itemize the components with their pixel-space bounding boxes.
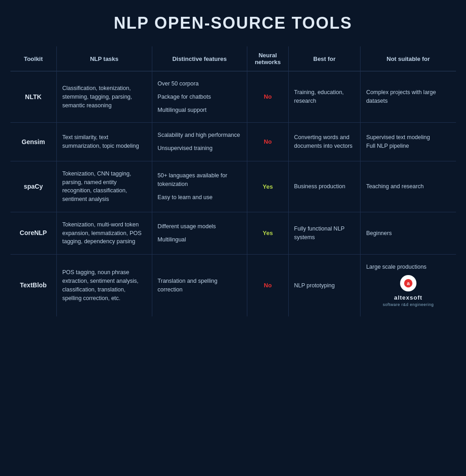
cell-features: Over 50 corporaPackage for chatbotsMulti… bbox=[152, 71, 247, 123]
cell-neural: No bbox=[247, 123, 289, 161]
svg-text:a: a bbox=[407, 280, 410, 286]
cell-toolkit: spaCy bbox=[10, 161, 57, 212]
cell-neural: No bbox=[247, 71, 289, 123]
cell-tasks: Tokenization, multi-word token expansion… bbox=[56, 212, 152, 254]
cell-toolkit: CoreNLP bbox=[10, 212, 57, 254]
cell-toolkit: NLTK bbox=[10, 71, 57, 123]
cell-not-suitable: Supervised text modelingFull NLP pipelin… bbox=[361, 123, 456, 161]
cell-best-for: Business production bbox=[288, 161, 361, 212]
col-header-toolkit: Toolkit bbox=[10, 46, 57, 71]
cell-features: Translation and spelling correction bbox=[152, 255, 247, 316]
table-row: spaCyTokenization, CNN tagging, parsing,… bbox=[10, 161, 456, 212]
col-header-not-suitable: Not suitable for bbox=[361, 46, 456, 71]
table-row: GensimText similarity, text summarizatio… bbox=[10, 123, 456, 161]
cell-neural: No bbox=[247, 255, 289, 316]
col-header-neural: Neuralnetworks bbox=[247, 46, 289, 71]
cell-features: 50+ languages available for tokenization… bbox=[152, 161, 247, 212]
cell-best-for: Converting words and documents into vect… bbox=[288, 123, 361, 161]
cell-features: Scalability and high performanceUnsuperv… bbox=[152, 123, 247, 161]
col-header-best-for: Best for bbox=[288, 46, 361, 71]
cell-best-for: Training, education, research bbox=[288, 71, 361, 123]
table-row: TextBlobPOS tagging, noun phrase extract… bbox=[10, 255, 456, 316]
cell-not-suitable: Complex projects with large datasets bbox=[361, 71, 456, 123]
cell-neural: Yes bbox=[247, 212, 289, 254]
altexsoft-logo: a altexsoft software r&d engineering bbox=[366, 275, 450, 308]
cell-toolkit: Gensim bbox=[10, 123, 57, 161]
logo-name: altexsoft bbox=[394, 293, 422, 302]
page-title: NLP OPEN-SOURCE TOOLS bbox=[114, 14, 352, 33]
cell-not-suitable: Beginners bbox=[361, 212, 456, 254]
table-row: CoreNLPTokenization, multi-word token ex… bbox=[10, 212, 456, 254]
cell-features: Different usage modelsMultilingual bbox=[152, 212, 247, 254]
table-row: NLTKClassification, tokenization, stemmi… bbox=[10, 71, 456, 123]
logo-tagline: software r&d engineering bbox=[383, 302, 434, 308]
cell-tasks: Tokenization, CNN tagging, parsing, name… bbox=[56, 161, 152, 212]
cell-tasks: Classification, tokenization, stemming, … bbox=[56, 71, 152, 123]
cell-not-suitable: Teaching and research bbox=[361, 161, 456, 212]
cell-toolkit: TextBlob bbox=[10, 255, 57, 316]
comparison-table: Toolkit NLP tasks Distinctive features N… bbox=[10, 46, 456, 316]
cell-not-suitable: Large scale productions a altexsoft soft… bbox=[361, 255, 456, 316]
cell-neural: Yes bbox=[247, 161, 289, 212]
logo-icon: a bbox=[400, 275, 416, 291]
cell-best-for: Fully functional NLP systems bbox=[288, 212, 361, 254]
cell-best-for: NLP prototyping bbox=[288, 255, 361, 316]
cell-tasks: Text similarity, text summarization, top… bbox=[56, 123, 152, 161]
cell-tasks: POS tagging, noun phrase extraction, sen… bbox=[56, 255, 152, 316]
col-header-distinctive: Distinctive features bbox=[152, 46, 247, 71]
col-header-nlp-tasks: NLP tasks bbox=[56, 46, 152, 71]
